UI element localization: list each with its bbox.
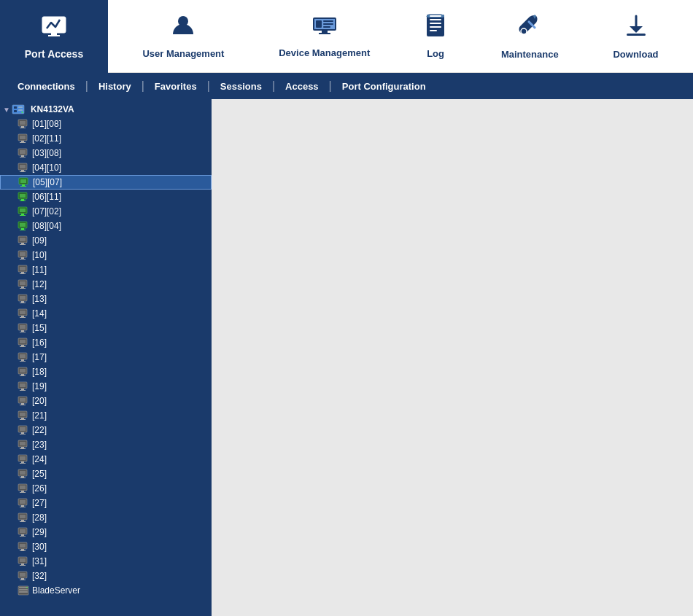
- tree-item-29[interactable]: [29]: [0, 525, 212, 539]
- tree-root: ▼ KN4132VA: [0, 99, 212, 601]
- tree-item-07-02[interactable]: [07][02]: [0, 204, 212, 219]
- svg-rect-106: [21, 403, 24, 405]
- tab-favorites[interactable]: Favorites: [144, 73, 207, 99]
- tree-item-14[interactable]: [14]: [0, 306, 212, 321]
- tree-item-20[interactable]: [20]: [0, 394, 212, 408]
- tree-item-17[interactable]: [17]: [0, 350, 212, 364]
- tree-item-15[interactable]: [15]: [0, 321, 212, 335]
- svg-rect-103: [20, 390, 26, 391]
- svg-rect-129: [20, 486, 26, 489]
- tab-sessions[interactable]: Sessions: [210, 73, 272, 99]
- svg-rect-150: [21, 564, 24, 565]
- tree-item-11[interactable]: [11]: [0, 262, 212, 277]
- svg-rect-57: [20, 223, 26, 227]
- tree-item-bladeserver[interactable]: BladeServer: [0, 583, 212, 598]
- tree-item-30[interactable]: [30]: [0, 539, 212, 554]
- tree-item-24[interactable]: [24]: [0, 452, 212, 467]
- tab-access[interactable]: Access: [275, 73, 329, 99]
- svg-rect-65: [20, 252, 26, 256]
- tree-item-icon: [18, 571, 32, 581]
- svg-rect-43: [20, 171, 26, 172]
- tree-item-icon: [18, 396, 32, 406]
- tree-root-node[interactable]: ▼ KN4132VA: [0, 102, 212, 117]
- tree-item-21[interactable]: [21]: [0, 408, 212, 423]
- svg-rect-11: [319, 33, 330, 34]
- svg-rect-97: [20, 369, 26, 373]
- port-access-icon: [41, 12, 67, 44]
- svg-rect-8: [323, 23, 333, 25]
- tree-item-09[interactable]: [09]: [0, 233, 212, 248]
- tree-item-02-11[interactable]: [02][11]: [0, 131, 212, 146]
- tree-item-16[interactable]: [16]: [0, 335, 212, 350]
- svg-rect-23: [14, 106, 17, 109]
- svg-rect-69: [20, 267, 26, 270]
- svg-rect-139: [20, 521, 26, 522]
- svg-rect-12: [427, 15, 444, 36]
- tree-item-13[interactable]: [13]: [0, 292, 212, 306]
- tree-item-23[interactable]: [23]: [0, 437, 212, 452]
- tree-item-label: [12]: [32, 279, 47, 289]
- tree-item-01-08[interactable]: [01][08]: [0, 117, 212, 131]
- tree-item-icon: [18, 265, 32, 275]
- svg-rect-118: [21, 447, 24, 448]
- svg-rect-67: [20, 259, 26, 260]
- svg-rect-37: [20, 150, 26, 154]
- tree-item-label: BladeServer: [32, 585, 80, 596]
- svg-rect-109: [20, 413, 26, 416]
- log-nav[interactable]: Log: [410, 0, 461, 72]
- device-management-nav[interactable]: Device Management: [264, 0, 384, 72]
- tree-item-12[interactable]: [12]: [0, 277, 212, 292]
- user-management-label: User Management: [142, 48, 224, 59]
- tree-item-05-07[interactable]: [05][07]: [0, 175, 212, 190]
- tree-item-31[interactable]: [31]: [0, 554, 212, 569]
- tab-port-configuration[interactable]: Port Configuration: [332, 73, 436, 99]
- tree-item-08-04[interactable]: [08][04]: [0, 219, 212, 233]
- tree-item-label: [18]: [32, 367, 47, 377]
- tree-item-icon: [18, 585, 32, 596]
- tab-connections[interactable]: Connections: [7, 73, 85, 99]
- tree-item-32[interactable]: [32]: [0, 569, 212, 583]
- tree-item-27[interactable]: [27]: [0, 496, 212, 510]
- tree-item-10[interactable]: [10]: [0, 248, 212, 262]
- svg-rect-33: [20, 136, 26, 139]
- tree-item-icon: [18, 294, 32, 304]
- tree-item-26[interactable]: [26]: [0, 481, 212, 496]
- download-icon: [624, 13, 649, 43]
- expand-icon: ▼: [3, 106, 10, 114]
- tree-item-28[interactable]: [28]: [0, 510, 212, 525]
- user-management-nav[interactable]: User Management: [128, 0, 239, 72]
- tree-item-icon: [18, 556, 32, 566]
- maintenance-nav[interactable]: Maintenance: [487, 0, 573, 72]
- svg-rect-85: [20, 325, 26, 329]
- download-nav[interactable]: Download: [598, 0, 673, 72]
- svg-rect-18: [430, 15, 441, 17]
- tree-item-19[interactable]: [19]: [0, 379, 212, 394]
- svg-rect-146: [21, 549, 24, 550]
- tree-item-25[interactable]: [25]: [0, 467, 212, 481]
- tab-history[interactable]: History: [88, 73, 142, 99]
- tree-item-icon: [18, 148, 32, 158]
- tree-item-icon: [18, 279, 32, 289]
- tree-item-icon: [18, 527, 32, 537]
- port-access-logo[interactable]: Port Access: [0, 0, 108, 73]
- svg-rect-113: [20, 427, 26, 431]
- tree-item-label: [11]: [32, 265, 47, 275]
- right-panel: [212, 99, 693, 616]
- svg-rect-133: [20, 500, 26, 504]
- tree-item-label: [21]: [32, 410, 47, 421]
- tree-item-03-08[interactable]: [03][08]: [0, 146, 212, 160]
- tree-item-18[interactable]: [18]: [0, 364, 212, 379]
- main-content: ▼ KN4132VA: [0, 99, 693, 616]
- svg-rect-62: [21, 243, 24, 244]
- tree-item-icon: [18, 308, 32, 319]
- svg-rect-70: [21, 272, 24, 273]
- maintenance-icon: [517, 13, 542, 43]
- tree-item-04-10[interactable]: [04][10]: [0, 160, 212, 175]
- svg-rect-63: [20, 244, 26, 245]
- tree-root-label: KN4132VA: [31, 104, 74, 114]
- tree-item-06-11[interactable]: [06][11]: [0, 190, 212, 204]
- svg-rect-119: [20, 448, 26, 449]
- tree-item-22[interactable]: [22]: [0, 423, 212, 437]
- svg-rect-53: [20, 208, 26, 212]
- svg-rect-137: [20, 515, 26, 518]
